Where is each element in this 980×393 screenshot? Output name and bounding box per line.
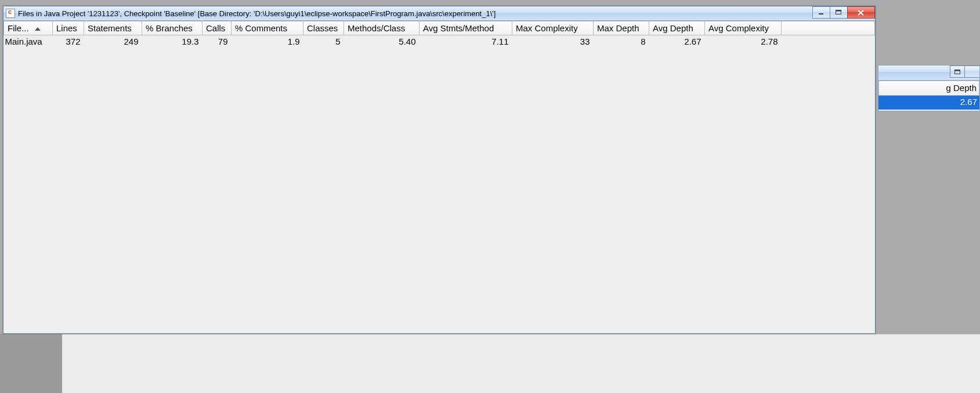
column-header-methods-per-class[interactable]: Methods/Class [344, 21, 420, 35]
column-header-statements[interactable]: Statements [84, 21, 142, 35]
window-title: Files in Java Project '1231123', Checkpo… [18, 9, 496, 18]
cell-filler [782, 35, 875, 48]
maximize-icon [836, 10, 842, 15]
minimize-icon [818, 10, 824, 15]
table-row[interactable]: Main.java 372 249 19.3 79 1.9 5 5.40 7.1… [4, 35, 875, 48]
column-header-avg-stmts-per-method[interactable]: Avg Stmts/Method [420, 21, 512, 35]
cell-classes: 5 [303, 35, 344, 48]
cell-pct-comments: 1.9 [232, 35, 303, 48]
close-icon [858, 10, 865, 16]
column-header-calls[interactable]: Calls [202, 21, 232, 35]
column-header-pct-comments[interactable]: % Comments [232, 21, 303, 35]
column-header-avg-complexity[interactable]: Avg Complexity [705, 21, 782, 35]
column-header-label: File... [8, 23, 29, 33]
maximize-icon [954, 70, 960, 74]
metrics-table-area: File... Lines Statements % Branches Call… [3, 21, 875, 333]
svg-rect-2 [819, 13, 823, 14]
bg-titlebar [878, 66, 979, 81]
column-header-max-depth[interactable]: Max Depth [594, 21, 649, 35]
maximize-button[interactable] [830, 6, 848, 19]
column-header-avg-depth[interactable]: Avg Depth [649, 21, 705, 35]
app-icon [6, 9, 15, 18]
table-header-row: File... Lines Statements % Branches Call… [4, 21, 875, 35]
cell-statements: 249 [84, 35, 142, 48]
bg-column-header-avg-depth[interactable]: g Depth [878, 81, 979, 96]
column-header-classes[interactable]: Classes [303, 21, 344, 35]
metrics-table: File... Lines Statements % Branches Call… [3, 21, 875, 48]
column-header-pct-branches[interactable]: % Branches [142, 21, 202, 35]
cell-avg-stmts-per-method: 7.11 [420, 35, 512, 48]
sort-ascending-icon [35, 27, 41, 31]
cell-methods-per-class: 5.40 [344, 35, 420, 48]
column-header-max-complexity[interactable]: Max Complexity [512, 21, 594, 35]
bg-partial-button[interactable] [964, 66, 979, 78]
column-header-filler [782, 21, 875, 35]
cell-pct-branches: 19.3 [142, 35, 202, 48]
cell-file: Main.java [4, 35, 53, 48]
column-header-lines[interactable]: Lines [53, 21, 84, 35]
bottom-panel [62, 334, 980, 393]
cell-max-complexity: 33 [512, 35, 594, 48]
bg-maximize-button[interactable] [950, 66, 965, 78]
cell-lines: 372 [53, 35, 84, 48]
cell-max-depth: 8 [594, 35, 649, 48]
close-button[interactable] [847, 6, 875, 19]
bottom-left-panel [0, 334, 62, 393]
titlebar[interactable]: Files in Java Project '1231123', Checkpo… [3, 6, 875, 21]
column-header-file[interactable]: File... [4, 21, 53, 35]
cell-avg-depth: 2.67 [649, 35, 705, 48]
bg-selected-cell[interactable]: 2.67 [878, 96, 979, 110]
minimize-button[interactable] [812, 6, 830, 19]
cell-avg-complexity: 2.78 [705, 35, 782, 48]
bg-window-controls [950, 66, 979, 78]
main-window: Files in Java Project '1231123', Checkpo… [3, 6, 876, 334]
background-window: g Depth 2.67 [878, 65, 980, 111]
window-controls [813, 6, 875, 19]
cell-calls: 79 [202, 35, 232, 48]
